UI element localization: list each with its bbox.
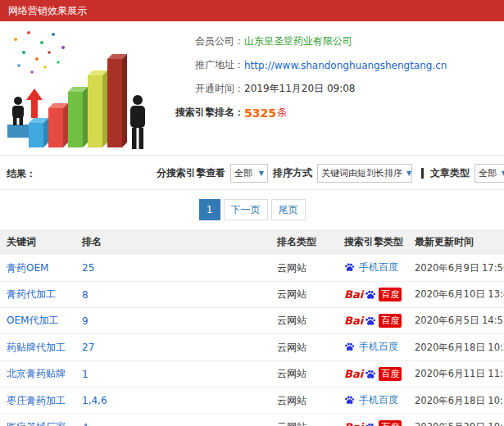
confetti-dots [14, 31, 65, 74]
filter-bar: 结果： 分搜索引擎查看 全部 ▼ 排序方式 关键词由短到长排序 ▼ 文章类型 全… [0, 156, 504, 190]
mobile-baidu-logo: 手机百度 [344, 393, 398, 407]
baidu-paw-icon [344, 262, 355, 273]
keyword-link[interactable]: OEM代加工 [7, 315, 58, 326]
engine-type-cell: Bai百度 [338, 361, 408, 387]
businessman-right [130, 95, 145, 149]
rank-type-value: 云网站 [270, 361, 338, 387]
baidu-paw-icon [344, 342, 355, 352]
sort-filter-label: 排序方式 [273, 166, 312, 180]
baidu-paw-icon [365, 369, 376, 380]
engine-filter-label: 分搜索引擎查看 [157, 166, 225, 180]
keyword-link[interactable]: 北京膏药贴牌 [7, 368, 66, 379]
keyword-link[interactable]: 枣庄膏药加工 [7, 395, 66, 406]
update-time-value: 2020年6月18日 10:25 [408, 334, 504, 361]
filters-group: 分搜索引擎查看 全部 ▼ 排序方式 关键词由短到长排序 ▼ 文章类型 全部 ▼ … [154, 156, 504, 190]
keyword-cell: 枣庄膏药加工 [0, 387, 75, 415]
rank-value: 27 [75, 334, 270, 361]
rank-value: 4 [75, 415, 270, 426]
column-header: 排名类型 [270, 229, 338, 255]
rank-value: 1,4,6 [75, 387, 270, 415]
rank-type-value: 云网站 [270, 282, 338, 308]
promotion-url-link[interactable]: http://www.shandonghuangshengtang.cn [244, 60, 447, 71]
page-current[interactable]: 1 [199, 199, 220, 220]
column-header: 关键词 [0, 229, 75, 255]
businessman-left [12, 97, 24, 125]
open-time-label: 开通时间： [157, 82, 244, 96]
member-info: 会员公司： 山东皇圣堂药业有限公司 推广地址： http://www.shand… [157, 21, 504, 125]
column-header: 最新更新时间 [408, 229, 504, 255]
company-row: 会员公司： 山东皇圣堂药业有限公司 [157, 29, 504, 53]
baidu-logo: Bai百度 [344, 420, 402, 426]
table-header-row: 关键词排名排名类型搜索引擎类型最新更新时间 [0, 229, 504, 255]
rank-value: 1 [75, 361, 270, 387]
keyword-cell: 膏药OEM [0, 255, 75, 282]
rank-type-value: 云网站 [270, 308, 338, 334]
table-row: 医疗器械厂家4云网站Bai百度2020年5月29日 10:32 [0, 415, 504, 426]
update-time-value: 2020年6月5日 14:57 [408, 308, 504, 334]
engine-type-cell: 手机百度 [338, 255, 408, 282]
baidu-paw-icon [365, 422, 376, 426]
table-row: OEM代加工9云网站Bai百度2020年6月5日 14:57 [0, 308, 504, 334]
baidu-logo: Bai百度 [344, 288, 402, 301]
bar-chart-bars [29, 54, 127, 147]
type-filter-label: 文章类型 [430, 166, 470, 180]
baidu-bai-text: Bai [344, 421, 363, 426]
company-label: 会员公司： [157, 34, 244, 48]
baidu-bai-text: Bai [344, 368, 363, 380]
keyword-cell: OEM代加工 [0, 308, 75, 334]
chevron-down-icon: ▼ [406, 170, 411, 177]
engine-type-cell: 手机百度 [338, 387, 408, 415]
mobile-baidu-logo: 手机百度 [344, 340, 398, 354]
promotion-url-label: 推广地址： [157, 58, 244, 72]
sort-select[interactable]: 关键词由短到长排序 ▼ [317, 164, 412, 183]
article-type-select[interactable]: 全部 ▼ [474, 164, 504, 183]
mobile-baidu-logo: 手机百度 [344, 261, 398, 274]
rank-type-value: 云网站 [270, 334, 338, 361]
company-link[interactable]: 山东皇圣堂药业有限公司 [244, 34, 352, 48]
page-next[interactable]: 下一页 [224, 199, 268, 220]
table-row: 药贴牌代加工27云网站手机百度2020年6月18日 10:25 [0, 334, 504, 361]
engine-select[interactable]: 全部 ▼ [230, 164, 268, 183]
filter-divider [421, 168, 424, 179]
table-row: 膏药OEM25云网站手机百度2020年6月9日 17:50 [0, 255, 504, 282]
article-type-select-value: 全部 [479, 167, 497, 179]
result-label: 结果： [7, 167, 36, 181]
promotion-url-row: 推广地址： http://www.shandonghuangshengtang.… [157, 53, 504, 77]
column-header: 排名 [75, 229, 270, 255]
baidu-du-text: 百度 [379, 367, 402, 381]
rank-count-unit: 条 [277, 106, 287, 120]
pagination: 1 下一页 尾页 [0, 190, 504, 229]
baidu-paw-icon [365, 289, 376, 301]
update-time-value: 2020年6月18日 10:19 [408, 387, 504, 415]
page-last[interactable]: 尾页 [271, 199, 306, 220]
rank-value: 9 [75, 308, 270, 334]
rank-type-value: 云网站 [270, 255, 338, 282]
keyword-link[interactable]: 膏药OEM [7, 262, 48, 274]
engine-type-cell: 手机百度 [338, 334, 408, 361]
update-time-value: 2020年6月11日 11:18 [408, 361, 504, 387]
keyword-cell: 药贴牌代加工 [0, 334, 75, 361]
info-section: 会员公司： 山东皇圣堂药业有限公司 推广地址： http://www.shand… [0, 21, 504, 156]
mobile-baidu-text: 手机百度 [359, 393, 398, 407]
keyword-link[interactable]: 膏药代加工 [7, 288, 56, 300]
keyword-cell: 医疗器械厂家 [0, 415, 75, 426]
growth-chart-illustration [4, 25, 153, 152]
keyword-link[interactable]: 医疗器械厂家 [7, 421, 66, 426]
baidu-logo: Bai百度 [344, 314, 402, 328]
results-table: 关键词排名排名类型搜索引擎类型最新更新时间 膏药OEM25云网站手机百度2020… [0, 229, 504, 426]
baidu-paw-icon [365, 315, 376, 327]
table-row: 枣庄膏药加工1,4,6云网站手机百度2020年6月18日 10:19 [0, 387, 504, 415]
keyword-cell: 北京膏药贴牌 [0, 361, 75, 387]
update-time-value: 2020年6月10日 13:40 [408, 282, 504, 308]
keyword-link[interactable]: 药贴牌代加工 [7, 342, 66, 353]
keyword-cell: 膏药代加工 [0, 282, 75, 308]
rank-type-value: 云网站 [270, 415, 338, 426]
rank-count-label: 搜索引擎排名： [157, 106, 244, 120]
rank-value: 25 [75, 255, 270, 282]
rank-count-row: 搜索引擎排名： 5325 条 [157, 101, 504, 125]
table-row: 北京膏药贴牌1云网站Bai百度2020年6月11日 11:18 [0, 361, 504, 387]
podium-block [7, 125, 29, 138]
rank-value: 8 [75, 282, 270, 308]
mobile-baidu-text: 手机百度 [359, 340, 398, 354]
baidu-bai-text: Bai [344, 315, 363, 327]
